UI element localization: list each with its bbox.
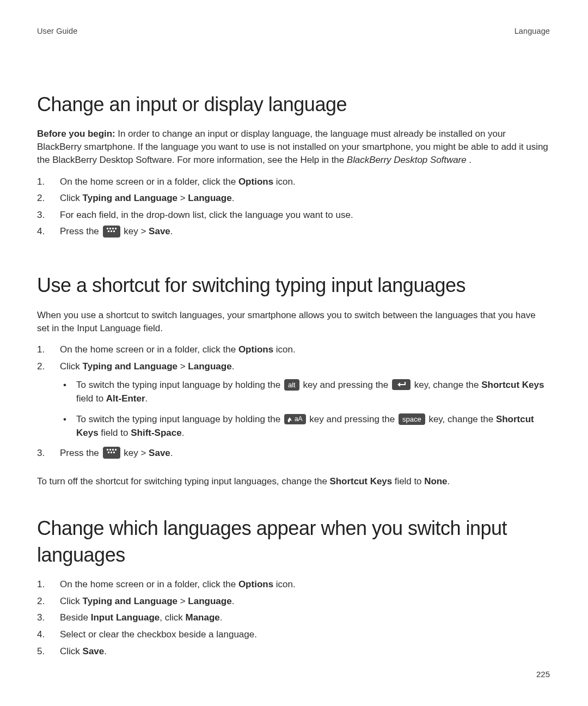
intro-app: BlackBerry Desktop Software (347, 155, 467, 165)
text: On the home screen or in a folder, click… (60, 579, 238, 589)
text: icon. (273, 579, 296, 589)
text: key, change the (412, 380, 481, 390)
text: . (170, 448, 173, 458)
text: icon. (273, 344, 296, 355)
section3-title: Change which languages appear when you s… (37, 515, 550, 568)
section2-title: Use a shortcut for switching typing inpu… (37, 272, 550, 299)
bold: None (424, 476, 447, 486)
bold: Shortcut Keys (330, 476, 393, 486)
text: > (177, 596, 188, 606)
text: key > (121, 226, 149, 236)
bold: Options (238, 176, 273, 187)
bold: Language (188, 193, 231, 203)
bold: Manage (185, 612, 219, 623)
text: . (232, 596, 235, 606)
section2-intro: When you use a shortcut to switch langua… (37, 309, 550, 335)
bold: Save (149, 226, 170, 236)
bold: Shortcut Keys (481, 380, 544, 390)
text: key > (121, 448, 149, 458)
text: Press the (60, 226, 102, 236)
section2-bullet1: To switch the typing input language by h… (60, 378, 550, 406)
section2-step3: Press the key > Save. (37, 447, 550, 460)
text: Press the (60, 448, 102, 458)
section2-substeps: To switch the typing input language by h… (60, 378, 550, 440)
text: . (220, 612, 223, 623)
section1-step2: Click Typing and Language > Language. (37, 192, 550, 205)
text: Beside (60, 612, 91, 623)
section3-step5: Click Save. (37, 645, 550, 659)
section2-steps: On the home screen or in a folder, click… (37, 343, 550, 460)
bold: Alt-Enter (106, 393, 145, 404)
text: Click (60, 193, 83, 203)
enter-key-icon (392, 379, 411, 390)
text: key and pressing the (301, 380, 391, 390)
text: . (232, 193, 235, 203)
bold: Save (149, 448, 170, 458)
text: Click (60, 646, 83, 656)
text: . (170, 226, 173, 236)
header-left: User Guide (37, 26, 77, 37)
intro-tail: . (467, 155, 471, 165)
bold: Options (238, 344, 273, 355)
text: field to (99, 428, 131, 438)
text: On the home screen or in a folder, click… (60, 344, 238, 355)
text: icon. (273, 176, 296, 187)
text: To switch the typing input language by h… (76, 414, 283, 424)
alt-key-icon: alt (284, 379, 299, 391)
section2-bullet2: To switch the typing input language by h… (60, 412, 550, 440)
text: . (232, 361, 235, 372)
text: > (177, 193, 188, 203)
text: Click (60, 361, 83, 372)
bold: Save (83, 646, 105, 656)
section3-step2: Click Typing and Language > Language. (37, 595, 550, 608)
bold: Typing and Language (83, 596, 177, 606)
text: field to (76, 393, 106, 404)
section3-step4: Select or clear the checkbox beside a la… (37, 628, 550, 642)
space-key-icon: space (399, 413, 425, 425)
bold: Typing and Language (83, 193, 177, 203)
text: key and pressing the (307, 414, 397, 424)
intro-lead: Before you begin: (37, 129, 115, 139)
menu-key-icon (103, 226, 120, 238)
section1-intro: Before you begin: In order to change an … (37, 127, 550, 166)
section3-step1: On the home screen or in a folder, click… (37, 578, 550, 592)
bold: Shift-Space (131, 428, 182, 438)
text: To switch the typing input language by h… (76, 380, 283, 390)
document-page: User Guide Language Change an input or d… (0, 0, 588, 706)
section3-steps: On the home screen or in a folder, click… (37, 578, 550, 658)
section1-title: Change an input or display language (37, 92, 550, 118)
text: field to (392, 476, 424, 486)
text: . (104, 646, 107, 656)
section2-step1: On the home screen or in a folder, click… (37, 343, 550, 357)
text: On the home screen or in a folder, click… (60, 176, 238, 187)
section1-step1: On the home screen or in a folder, click… (37, 175, 550, 189)
text: , click (160, 612, 185, 623)
section1-step3: For each field, in the drop-down list, c… (37, 209, 550, 222)
section1-steps: On the home screen or in a folder, click… (37, 175, 550, 239)
key-label: aA (295, 415, 303, 423)
text: . (182, 428, 185, 438)
section3-step3: Beside Input Language, click Manage. (37, 611, 550, 625)
text: . (145, 393, 148, 404)
bold: Input Language (91, 612, 160, 623)
bold: Language (188, 361, 231, 372)
bold: Options (238, 579, 273, 589)
bold: Language (188, 596, 231, 606)
text: . (447, 476, 450, 486)
page-number: 225 (536, 669, 550, 680)
page-header: User Guide Language (37, 26, 550, 37)
text: To turn off the shortcut for switching t… (37, 476, 330, 486)
text: key, change the (426, 414, 496, 424)
text: > (177, 361, 188, 372)
text: Click (60, 596, 83, 606)
section1-step4: Press the key > Save. (37, 225, 550, 239)
section2-step2: Click Typing and Language > Language. To… (37, 360, 550, 440)
menu-key-icon (103, 447, 120, 459)
shift-key-icon: aA (284, 414, 306, 424)
header-right: Language (514, 26, 550, 37)
bold: Typing and Language (83, 361, 177, 372)
section2-after: To turn off the shortcut for switching t… (37, 475, 550, 488)
